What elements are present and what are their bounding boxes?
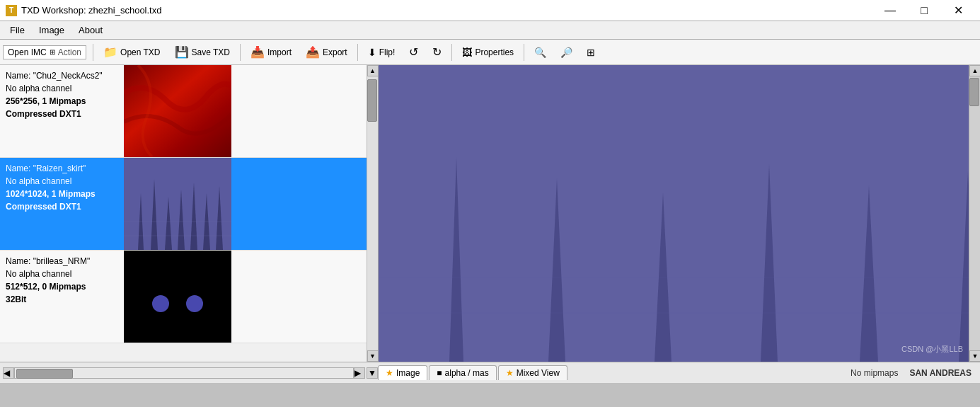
app-icon: T	[6, 5, 17, 16]
texture-name-1: Name: "Raizen_skirt"	[6, 162, 118, 175]
properties-label: Properties	[475, 47, 514, 57]
import-button[interactable]: 📥 Import	[244, 42, 298, 62]
properties-icon: 🖼	[462, 47, 472, 58]
toolbar-sep-4	[451, 44, 452, 61]
thumb-svg-0	[124, 65, 231, 157]
viewer-vscroll[interactable]: ▲ ▼	[969, 65, 980, 362]
menu-file[interactable]: File	[3, 21, 32, 39]
action-label: Action	[58, 47, 81, 57]
zoom-out-icon: 🔎	[560, 47, 572, 58]
hscroll-right[interactable]: ▶	[354, 367, 365, 379]
close-button[interactable]: ✕	[942, 0, 974, 21]
texture-list-scroll[interactable]: Name: "Chu2_NeckAcs2" No alpha channel 2…	[0, 65, 367, 362]
hscroll-track	[14, 367, 354, 379]
tab-mixed-icon: ★	[506, 368, 514, 378]
export-label: Export	[323, 47, 347, 57]
texture-name-2: Name: "brilleas_NRM"	[6, 255, 118, 268]
hscroll-thumb[interactable]	[16, 369, 73, 379]
viewer-scroll-down[interactable]: ▼	[969, 350, 980, 362]
hscroll-left[interactable]: ◀	[3, 367, 14, 379]
texture-fmt-1: Compressed DXT1	[6, 200, 118, 213]
open-imc-label: Open IMC	[8, 47, 47, 57]
zoom-in-icon: 🔍	[534, 47, 546, 58]
title-bar: T TXD Workshop: zhezhi_school.txd — □ ✕	[0, 0, 980, 21]
fit-button[interactable]: ⊞	[580, 44, 601, 61]
open-txd-button[interactable]: 📁 Open TXD	[97, 42, 166, 62]
texture-item-1[interactable]: Name: "Raizen_skirt" No alpha channel 10…	[0, 158, 367, 251]
folder-icon: 📁	[103, 45, 117, 59]
open-imc-area[interactable]: Open IMC ⊞ Action	[3, 45, 86, 59]
viewer-image	[379, 65, 980, 362]
tab-alpha-icon: ■	[437, 368, 442, 378]
menu-about[interactable]: About	[71, 21, 110, 39]
save-icon: 💾	[175, 45, 189, 59]
tab-image-label: Image	[396, 368, 420, 378]
texture-info-0: Name: "Chu2_NeckAcs2" No alpha channel 2…	[0, 65, 124, 157]
texture-thumb-0	[124, 65, 231, 157]
rotate-right-button[interactable]: ↻	[426, 42, 448, 62]
texture-list-down[interactable]: ▼	[367, 367, 378, 379]
bottom-bar: ◀ ▶ ▼ ★ Image ■ alpha / mas ★ Mixed View…	[0, 362, 980, 383]
texture-dims-0: 256*256, 1 Mipmaps	[6, 95, 118, 108]
toolbar-sep-2	[240, 44, 241, 61]
texture-list: Name: "Chu2_NeckAcs2" No alpha channel 2…	[0, 65, 379, 362]
minimize-button[interactable]: —	[874, 0, 906, 21]
texture-alpha-1: No alpha channel	[6, 175, 118, 188]
zoom-in-button[interactable]: 🔍	[528, 44, 553, 61]
texture-info-2: Name: "brilleas_NRM" No alpha channel 51…	[0, 251, 124, 343]
import-label: Import	[267, 47, 292, 57]
export-button[interactable]: 📤 Export	[299, 42, 354, 62]
flip-label: Flip!	[379, 47, 396, 57]
mipmaps-status: No mipmaps	[851, 368, 898, 378]
tab-image[interactable]: ★ Image	[378, 365, 427, 380]
tab-image-icon: ★	[386, 368, 393, 378]
tab-alpha[interactable]: ■ alpha / mas	[429, 365, 496, 380]
viewer-scroll-up[interactable]: ▲	[969, 65, 980, 76]
texture-thumb-2	[124, 251, 231, 343]
texture-item-2[interactable]: Name: "brilleas_NRM" No alpha channel 51…	[0, 251, 367, 343]
texture-info-1: Name: "Raizen_skirt" No alpha channel 10…	[0, 158, 124, 250]
tab-mixed[interactable]: ★ Mixed View	[498, 365, 567, 380]
export-icon: 📤	[306, 45, 320, 59]
fit-icon: ⊞	[587, 47, 595, 58]
texture-list-scrollbar[interactable]: ▲ ▼	[367, 65, 378, 362]
title-bar-left: T TXD Workshop: zhezhi_school.txd	[6, 5, 161, 16]
texture-alpha-2: No alpha channel	[6, 268, 118, 280]
open-imc-icon: ⊞	[50, 48, 55, 56]
svg-rect-14	[379, 65, 980, 362]
menu-image[interactable]: Image	[32, 21, 71, 39]
viewer-scroll-thumb[interactable]	[969, 78, 979, 106]
thumb-svg-2	[124, 251, 231, 343]
properties-button[interactable]: 🖼 Properties	[456, 44, 520, 61]
texture-dims-2: 512*512, 0 Mipmaps	[6, 280, 118, 293]
scroll-down-arrow[interactable]: ▼	[367, 350, 379, 362]
bottom-status: No mipmaps SAN ANDREAS	[851, 368, 977, 378]
texture-item-0[interactable]: Name: "Chu2_NeckAcs2" No alpha channel 2…	[0, 65, 367, 158]
svg-point-12	[152, 295, 169, 312]
menu-bar: File Image About	[0, 21, 980, 40]
tab-mixed-label: Mixed View	[517, 368, 560, 378]
texture-name-0: Name: "Chu2_NeckAcs2"	[6, 69, 118, 82]
zoom-out-button[interactable]: 🔎	[554, 44, 579, 61]
scroll-up-arrow[interactable]: ▲	[367, 65, 379, 76]
viewer-scroll-track	[969, 76, 980, 350]
toolbar-sep-1	[93, 44, 93, 61]
flip-button[interactable]: ⬇ Flip!	[362, 44, 402, 61]
svg-rect-11	[124, 251, 231, 343]
save-txd-button[interactable]: 💾 Save TXD	[168, 42, 236, 62]
tab-alpha-label: alpha / mas	[445, 368, 489, 378]
toolbar: Open IMC ⊞ Action 📁 Open TXD 💾 Save TXD …	[0, 40, 980, 65]
image-viewer: ▲ ▼ CSDN @小黑LLB	[379, 65, 980, 362]
scroll-thumb[interactable]	[367, 79, 377, 122]
scroll-track-area	[367, 76, 378, 350]
toolbar-sep-5	[524, 44, 524, 61]
maximize-button[interactable]: □	[908, 0, 940, 21]
thumb-svg-1	[124, 158, 231, 250]
texture-fmt-0: Compressed DXT1	[6, 108, 118, 120]
title-bar-controls: — □ ✕	[874, 0, 974, 21]
flip-icon: ⬇	[368, 47, 376, 58]
save-txd-label: Save TXD	[192, 47, 230, 57]
svg-point-13	[186, 295, 203, 312]
rotate-left-button[interactable]: ↺	[403, 42, 425, 62]
open-txd-label: Open TXD	[120, 47, 160, 57]
